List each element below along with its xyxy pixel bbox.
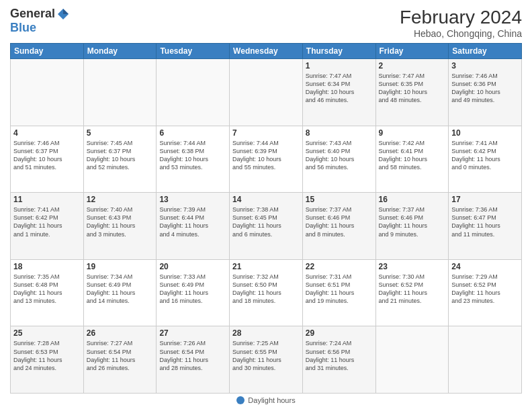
day-info: Sunrise: 7:44 AM Sunset: 6:38 PM Dayligh… — [159, 139, 226, 172]
week-row-2: 4Sunrise: 7:46 AM Sunset: 6:37 PM Daylig… — [11, 126, 522, 193]
day-number: 12 — [87, 195, 154, 204]
day-number: 20 — [159, 262, 226, 271]
day-cell: 22Sunrise: 7:31 AM Sunset: 6:51 PM Dayli… — [302, 259, 375, 326]
day-number: 8 — [306, 128, 373, 138]
logo: General Blue — [10, 7, 70, 35]
day-cell: 5Sunrise: 7:45 AM Sunset: 6:37 PM Daylig… — [83, 126, 157, 193]
day-info: Sunrise: 7:29 AM Sunset: 6:52 PM Dayligh… — [451, 273, 519, 306]
day-info: Sunrise: 7:45 AM Sunset: 6:37 PM Dayligh… — [87, 139, 154, 172]
location: Hebao, Chongqing, China — [400, 28, 522, 39]
day-cell: 14Sunrise: 7:38 AM Sunset: 6:45 PM Dayli… — [230, 193, 303, 260]
footer: Daylight hours — [10, 394, 522, 404]
day-cell — [449, 326, 522, 394]
day-cell: 28Sunrise: 7:25 AM Sunset: 6:55 PM Dayli… — [230, 326, 303, 394]
day-cell — [375, 326, 449, 394]
day-cell: 6Sunrise: 7:44 AM Sunset: 6:38 PM Daylig… — [157, 126, 230, 193]
day-cell — [83, 59, 157, 126]
calendar-table: SundayMondayTuesdayWednesdayThursdayFrid… — [10, 43, 522, 394]
day-cell: 29Sunrise: 7:24 AM Sunset: 6:56 PM Dayli… — [302, 326, 375, 394]
day-info: Sunrise: 7:27 AM Sunset: 6:54 PM Dayligh… — [87, 339, 154, 372]
day-number: 1 — [306, 61, 373, 71]
day-info: Sunrise: 7:42 AM Sunset: 6:41 PM Dayligh… — [379, 139, 446, 172]
day-number: 28 — [232, 328, 300, 338]
day-cell: 9Sunrise: 7:42 AM Sunset: 6:41 PM Daylig… — [375, 126, 449, 193]
week-row-4: 18Sunrise: 7:35 AM Sunset: 6:48 PM Dayli… — [11, 259, 522, 326]
day-cell: 2Sunrise: 7:47 AM Sunset: 6:35 PM Daylig… — [375, 59, 449, 126]
day-cell: 19Sunrise: 7:34 AM Sunset: 6:49 PM Dayli… — [83, 259, 157, 326]
day-number: 14 — [232, 195, 300, 204]
day-info: Sunrise: 7:26 AM Sunset: 6:54 PM Dayligh… — [159, 339, 226, 372]
day-cell: 24Sunrise: 7:29 AM Sunset: 6:52 PM Dayli… — [449, 259, 522, 326]
svg-marker-1 — [63, 9, 69, 14]
day-info: Sunrise: 7:47 AM Sunset: 6:34 PM Dayligh… — [306, 72, 373, 105]
weekday-header-tuesday: Tuesday — [157, 44, 230, 59]
day-cell: 13Sunrise: 7:39 AM Sunset: 6:44 PM Dayli… — [157, 193, 230, 260]
day-cell: 25Sunrise: 7:28 AM Sunset: 6:53 PM Dayli… — [11, 326, 84, 394]
logo-blue-text: Blue — [10, 21, 36, 35]
day-cell: 11Sunrise: 7:41 AM Sunset: 6:42 PM Dayli… — [11, 193, 84, 260]
day-cell: 23Sunrise: 7:30 AM Sunset: 6:52 PM Dayli… — [375, 259, 449, 326]
day-cell: 12Sunrise: 7:40 AM Sunset: 6:43 PM Dayli… — [83, 193, 157, 260]
footer-label: Daylight hours — [248, 396, 295, 404]
day-info: Sunrise: 7:47 AM Sunset: 6:35 PM Dayligh… — [379, 72, 446, 105]
day-info: Sunrise: 7:32 AM Sunset: 6:50 PM Dayligh… — [232, 273, 300, 306]
day-info: Sunrise: 7:36 AM Sunset: 6:47 PM Dayligh… — [451, 205, 519, 238]
day-cell: 17Sunrise: 7:36 AM Sunset: 6:47 PM Dayli… — [449, 193, 522, 260]
day-number: 13 — [159, 195, 226, 204]
day-number: 18 — [13, 262, 81, 271]
day-info: Sunrise: 7:40 AM Sunset: 6:43 PM Dayligh… — [87, 205, 154, 238]
logo-icon — [56, 7, 70, 21]
week-row-1: 1Sunrise: 7:47 AM Sunset: 6:34 PM Daylig… — [11, 59, 522, 126]
day-number: 17 — [451, 195, 519, 204]
day-cell: 10Sunrise: 7:41 AM Sunset: 6:42 PM Dayli… — [449, 126, 522, 193]
day-info: Sunrise: 7:34 AM Sunset: 6:49 PM Dayligh… — [87, 273, 154, 306]
day-number: 3 — [451, 61, 519, 71]
day-number: 11 — [13, 195, 81, 204]
title-block: February 2024 Hebao, Chongqing, China — [400, 7, 522, 39]
header-row: SundayMondayTuesdayWednesdayThursdayFrid… — [11, 44, 522, 59]
day-cell: 18Sunrise: 7:35 AM Sunset: 6:48 PM Dayli… — [11, 259, 84, 326]
day-number: 2 — [379, 61, 446, 71]
day-number: 19 — [87, 262, 154, 271]
weekday-header-friday: Friday — [375, 44, 449, 59]
day-number: 4 — [13, 128, 81, 138]
day-info: Sunrise: 7:44 AM Sunset: 6:39 PM Dayligh… — [232, 139, 300, 172]
day-cell: 1Sunrise: 7:47 AM Sunset: 6:34 PM Daylig… — [302, 59, 375, 126]
day-cell: 7Sunrise: 7:44 AM Sunset: 6:39 PM Daylig… — [230, 126, 303, 193]
day-cell — [11, 59, 84, 126]
day-cell: 4Sunrise: 7:46 AM Sunset: 6:37 PM Daylig… — [11, 126, 84, 193]
day-number: 27 — [159, 328, 226, 338]
day-number: 7 — [232, 128, 300, 138]
day-info: Sunrise: 7:28 AM Sunset: 6:53 PM Dayligh… — [13, 339, 81, 372]
day-cell — [230, 59, 303, 126]
day-info: Sunrise: 7:25 AM Sunset: 6:55 PM Dayligh… — [232, 339, 300, 372]
day-cell: 15Sunrise: 7:37 AM Sunset: 6:46 PM Dayli… — [302, 193, 375, 260]
day-number: 16 — [379, 195, 446, 204]
week-row-5: 25Sunrise: 7:28 AM Sunset: 6:53 PM Dayli… — [11, 326, 522, 394]
day-info: Sunrise: 7:41 AM Sunset: 6:42 PM Dayligh… — [13, 205, 81, 238]
day-cell: 3Sunrise: 7:46 AM Sunset: 6:36 PM Daylig… — [449, 59, 522, 126]
day-info: Sunrise: 7:41 AM Sunset: 6:42 PM Dayligh… — [451, 139, 519, 172]
day-number: 10 — [451, 128, 519, 138]
day-number: 25 — [13, 328, 81, 338]
day-info: Sunrise: 7:30 AM Sunset: 6:52 PM Dayligh… — [379, 273, 446, 306]
weekday-header-sunday: Sunday — [11, 44, 84, 59]
day-info: Sunrise: 7:33 AM Sunset: 6:49 PM Dayligh… — [159, 273, 226, 306]
day-cell: 21Sunrise: 7:32 AM Sunset: 6:50 PM Dayli… — [230, 259, 303, 326]
month-title: February 2024 — [400, 7, 522, 28]
day-number: 5 — [87, 128, 154, 138]
day-info: Sunrise: 7:31 AM Sunset: 6:51 PM Dayligh… — [306, 273, 373, 306]
weekday-header-saturday: Saturday — [449, 44, 522, 59]
day-number: 24 — [451, 262, 519, 271]
weekday-header-thursday: Thursday — [302, 44, 375, 59]
day-info: Sunrise: 7:35 AM Sunset: 6:48 PM Dayligh… — [13, 273, 81, 306]
day-number: 23 — [379, 262, 446, 271]
weekday-header-monday: Monday — [83, 44, 157, 59]
day-info: Sunrise: 7:46 AM Sunset: 6:37 PM Dayligh… — [13, 139, 81, 172]
day-cell — [157, 59, 230, 126]
footer-dot — [236, 396, 245, 404]
day-number: 21 — [232, 262, 300, 271]
day-info: Sunrise: 7:24 AM Sunset: 6:56 PM Dayligh… — [306, 339, 373, 372]
day-cell: 20Sunrise: 7:33 AM Sunset: 6:49 PM Dayli… — [157, 259, 230, 326]
day-cell: 27Sunrise: 7:26 AM Sunset: 6:54 PM Dayli… — [157, 326, 230, 394]
